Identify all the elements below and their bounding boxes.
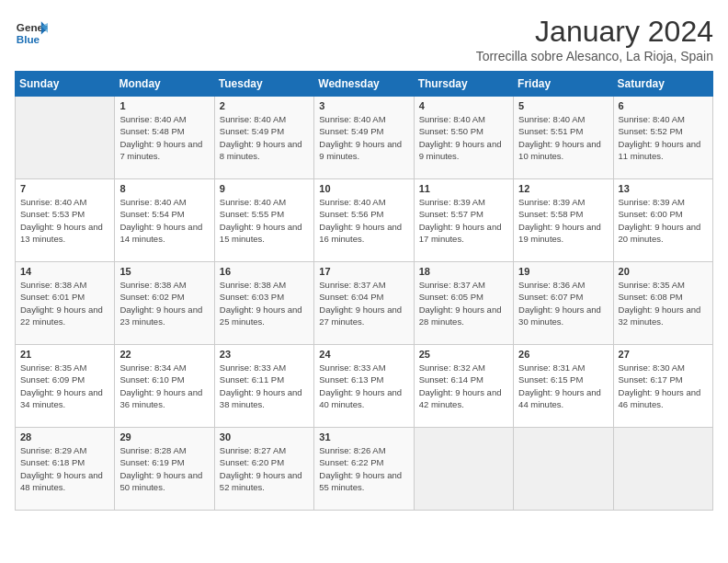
calendar-week-row: 7Sunrise: 8:40 AM Sunset: 5:53 PM Daylig… — [16, 179, 713, 262]
calendar-cell: 10Sunrise: 8:40 AM Sunset: 5:56 PM Dayli… — [314, 179, 414, 262]
svg-text:Blue: Blue — [17, 33, 40, 45]
weekday-header: Sunday — [16, 72, 115, 97]
day-number: 20 — [619, 266, 708, 277]
day-info: Sunrise: 8:37 AM Sunset: 6:04 PM Dayligh… — [319, 279, 408, 327]
day-number: 25 — [419, 349, 508, 360]
calendar-cell: 22Sunrise: 8:34 AM Sunset: 6:10 PM Dayli… — [115, 345, 214, 428]
day-number: 19 — [518, 266, 608, 277]
calendar-cell: 29Sunrise: 8:28 AM Sunset: 6:19 PM Dayli… — [115, 428, 214, 511]
day-info: Sunrise: 8:39 AM Sunset: 5:57 PM Dayligh… — [419, 196, 508, 245]
day-number: 27 — [619, 349, 708, 360]
day-info: Sunrise: 8:33 AM Sunset: 6:11 PM Dayligh… — [220, 362, 309, 410]
calendar-cell: 24Sunrise: 8:33 AM Sunset: 6:13 PM Dayli… — [314, 345, 414, 428]
weekday-header: Monday — [115, 72, 214, 97]
calendar-week-row: 28Sunrise: 8:29 AM Sunset: 6:18 PM Dayli… — [16, 428, 713, 511]
calendar-cell: 30Sunrise: 8:27 AM Sunset: 6:20 PM Dayli… — [214, 428, 313, 511]
day-number: 6 — [619, 100, 708, 111]
calendar-cell: 13Sunrise: 8:39 AM Sunset: 6:00 PM Dayli… — [613, 179, 712, 262]
calendar-cell: 14Sunrise: 8:38 AM Sunset: 6:01 PM Dayli… — [16, 262, 115, 345]
calendar-cell: 26Sunrise: 8:31 AM Sunset: 6:15 PM Dayli… — [514, 345, 613, 428]
calendar-cell: 12Sunrise: 8:39 AM Sunset: 5:58 PM Dayli… — [514, 179, 613, 262]
day-number: 2 — [220, 100, 309, 111]
day-info: Sunrise: 8:38 AM Sunset: 6:01 PM Dayligh… — [20, 279, 109, 327]
day-number: 31 — [319, 431, 408, 442]
day-number: 14 — [20, 266, 109, 277]
day-info: Sunrise: 8:26 AM Sunset: 6:22 PM Dayligh… — [319, 444, 408, 493]
calendar-cell: 2Sunrise: 8:40 AM Sunset: 5:49 PM Daylig… — [214, 97, 313, 179]
calendar-cell — [613, 428, 712, 511]
calendar-cell — [16, 97, 115, 179]
weekday-header: Friday — [514, 72, 613, 97]
day-number: 9 — [220, 183, 309, 194]
day-number: 1 — [119, 100, 209, 111]
calendar-cell: 7Sunrise: 8:40 AM Sunset: 5:53 PM Daylig… — [16, 179, 115, 262]
day-info: Sunrise: 8:29 AM Sunset: 6:18 PM Dayligh… — [20, 444, 109, 493]
calendar-cell: 5Sunrise: 8:40 AM Sunset: 5:51 PM Daylig… — [514, 97, 613, 179]
day-info: Sunrise: 8:34 AM Sunset: 6:10 PM Dayligh… — [119, 362, 209, 410]
day-info: Sunrise: 8:40 AM Sunset: 5:49 PM Dayligh… — [220, 113, 309, 162]
day-number: 24 — [319, 349, 408, 360]
calendar-cell: 4Sunrise: 8:40 AM Sunset: 5:50 PM Daylig… — [414, 97, 513, 179]
day-number: 17 — [319, 266, 408, 277]
day-number: 21 — [20, 349, 109, 360]
day-info: Sunrise: 8:31 AM Sunset: 6:15 PM Dayligh… — [518, 362, 608, 410]
day-info: Sunrise: 8:35 AM Sunset: 6:08 PM Dayligh… — [619, 279, 708, 327]
day-number: 5 — [518, 100, 608, 111]
calendar-cell: 1Sunrise: 8:40 AM Sunset: 5:48 PM Daylig… — [115, 97, 214, 179]
day-info: Sunrise: 8:32 AM Sunset: 6:14 PM Dayligh… — [419, 362, 508, 410]
calendar-week-row: 21Sunrise: 8:35 AM Sunset: 6:09 PM Dayli… — [16, 345, 713, 428]
day-number: 26 — [518, 349, 608, 360]
day-number: 28 — [20, 431, 109, 442]
calendar-cell: 17Sunrise: 8:37 AM Sunset: 6:04 PM Dayli… — [314, 262, 414, 345]
day-info: Sunrise: 8:37 AM Sunset: 6:05 PM Dayligh… — [419, 279, 508, 327]
day-info: Sunrise: 8:40 AM Sunset: 5:51 PM Dayligh… — [518, 113, 608, 162]
day-number: 15 — [119, 266, 209, 277]
calendar-cell: 27Sunrise: 8:30 AM Sunset: 6:17 PM Dayli… — [613, 345, 712, 428]
day-number: 18 — [419, 266, 508, 277]
location-subtitle: Torrecilla sobre Alesanco, La Rioja, Spa… — [476, 49, 713, 63]
day-info: Sunrise: 8:40 AM Sunset: 5:48 PM Dayligh… — [119, 113, 209, 162]
day-number: 7 — [20, 183, 109, 194]
day-info: Sunrise: 8:40 AM Sunset: 5:50 PM Dayligh… — [419, 113, 508, 162]
calendar-cell: 23Sunrise: 8:33 AM Sunset: 6:11 PM Dayli… — [214, 345, 313, 428]
calendar-cell: 19Sunrise: 8:36 AM Sunset: 6:07 PM Dayli… — [514, 262, 613, 345]
calendar-cell — [514, 428, 613, 511]
day-info: Sunrise: 8:39 AM Sunset: 5:58 PM Dayligh… — [518, 196, 608, 245]
day-info: Sunrise: 8:36 AM Sunset: 6:07 PM Dayligh… — [518, 279, 608, 327]
day-number: 12 — [518, 183, 608, 194]
calendar-cell: 9Sunrise: 8:40 AM Sunset: 5:55 PM Daylig… — [214, 179, 313, 262]
logo: General Blue — [15, 15, 48, 48]
title-block: January 2024 Torrecilla sobre Alesanco, … — [476, 15, 713, 63]
calendar-cell: 6Sunrise: 8:40 AM Sunset: 5:52 PM Daylig… — [613, 97, 712, 179]
day-info: Sunrise: 8:38 AM Sunset: 6:02 PM Dayligh… — [119, 279, 209, 327]
calendar-cell: 8Sunrise: 8:40 AM Sunset: 5:54 PM Daylig… — [115, 179, 214, 262]
day-info: Sunrise: 8:40 AM Sunset: 5:49 PM Dayligh… — [319, 113, 408, 162]
day-info: Sunrise: 8:35 AM Sunset: 6:09 PM Dayligh… — [20, 362, 109, 410]
day-number: 23 — [220, 349, 309, 360]
calendar-cell: 28Sunrise: 8:29 AM Sunset: 6:18 PM Dayli… — [16, 428, 115, 511]
calendar-cell: 20Sunrise: 8:35 AM Sunset: 6:08 PM Dayli… — [613, 262, 712, 345]
weekday-header: Tuesday — [214, 72, 313, 97]
weekday-header: Saturday — [613, 72, 712, 97]
weekday-header: Thursday — [414, 72, 513, 97]
calendar-cell: 3Sunrise: 8:40 AM Sunset: 5:49 PM Daylig… — [314, 97, 414, 179]
day-number: 22 — [119, 349, 209, 360]
day-info: Sunrise: 8:38 AM Sunset: 6:03 PM Dayligh… — [220, 279, 309, 327]
calendar-cell: 15Sunrise: 8:38 AM Sunset: 6:02 PM Dayli… — [115, 262, 214, 345]
day-number: 11 — [419, 183, 508, 194]
day-info: Sunrise: 8:33 AM Sunset: 6:13 PM Dayligh… — [319, 362, 408, 410]
day-info: Sunrise: 8:40 AM Sunset: 5:56 PM Dayligh… — [319, 196, 408, 245]
day-info: Sunrise: 8:40 AM Sunset: 5:55 PM Dayligh… — [220, 196, 309, 245]
calendar-cell: 31Sunrise: 8:26 AM Sunset: 6:22 PM Dayli… — [314, 428, 414, 511]
month-title: January 2024 — [476, 15, 713, 49]
day-info: Sunrise: 8:40 AM Sunset: 5:54 PM Dayligh… — [119, 196, 209, 245]
day-info: Sunrise: 8:40 AM Sunset: 5:53 PM Dayligh… — [20, 196, 109, 245]
header-row: SundayMondayTuesdayWednesdayThursdayFrid… — [16, 72, 713, 97]
day-number: 8 — [119, 183, 209, 194]
day-info: Sunrise: 8:30 AM Sunset: 6:17 PM Dayligh… — [619, 362, 708, 410]
calendar-cell: 16Sunrise: 8:38 AM Sunset: 6:03 PM Dayli… — [214, 262, 313, 345]
day-number: 13 — [619, 183, 708, 194]
calendar-week-row: 1Sunrise: 8:40 AM Sunset: 5:48 PM Daylig… — [16, 97, 713, 179]
day-info: Sunrise: 8:40 AM Sunset: 5:52 PM Dayligh… — [619, 113, 708, 162]
calendar-week-row: 14Sunrise: 8:38 AM Sunset: 6:01 PM Dayli… — [16, 262, 713, 345]
